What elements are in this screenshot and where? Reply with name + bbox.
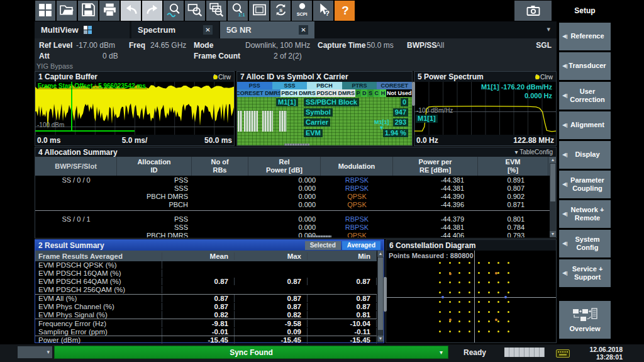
constellation-point <box>449 301 451 303</box>
freq-value[interactable]: 24.65 GHz <box>150 41 186 50</box>
result-row[interactable]: Sampling Error (ppm)-0.010.09-0.11 <box>35 327 377 336</box>
scroll-down-icon[interactable]: ▼ <box>377 336 384 342</box>
window-capture-buffer[interactable]: 1 Capture Buffer 1 Clrw -100 dBm Frame S… <box>35 71 235 146</box>
save-button[interactable] <box>78 1 98 21</box>
tab-multiview[interactable]: MultiView <box>35 21 130 38</box>
keyboard-icon[interactable] <box>556 349 570 360</box>
softkey-label: User Correction <box>568 88 607 104</box>
horizontal-scrollbar[interactable] <box>282 142 312 147</box>
softkey-network-remote[interactable]: ◀|Network + Remote <box>559 200 611 228</box>
softkey-user-correction[interactable]: ◀|User Correction <box>559 82 611 110</box>
result-cell: 0.87 <box>235 278 308 285</box>
window-title-bar[interactable]: 5 Power Spectrum 1 Clrw <box>414 72 556 82</box>
horizontal-scrollbar[interactable] <box>305 234 334 239</box>
result-cell: Sampling Error (ppm) <box>35 328 162 336</box>
softkey-setup[interactable]: Setup <box>559 0 611 21</box>
window-allocation-summary[interactable]: 4 Allocation Summary ▾ TableConfig BWP/S… <box>35 147 557 239</box>
pane-resize-handle[interactable] <box>412 82 415 106</box>
open-button[interactable] <box>57 1 77 21</box>
sequencer-button[interactable]: s <box>270 1 291 21</box>
context-help-button[interactable]: ? <box>313 1 333 21</box>
capture-time-value[interactable]: 50.0 ms <box>367 41 394 50</box>
pane-resize-handle[interactable] <box>384 277 387 312</box>
result-row[interactable]: EVM Phys Channel (%)0.870.870.87 <box>35 302 377 310</box>
scrollbar-thumb[interactable] <box>378 257 383 330</box>
window-title-bar[interactable]: 2 Result Summary SelectedAveraged <box>35 240 384 251</box>
result-view-tab-averaged[interactable]: Averaged <box>342 241 380 250</box>
window-result-summary[interactable]: 2 Result Summary SelectedAveraged Frame … <box>35 239 384 343</box>
undo-button[interactable] <box>121 1 141 21</box>
window-title-bar[interactable]: 6 Constellation Diagram <box>386 240 556 251</box>
allocation-row[interactable]: PBCH DMRS0.000QPSK-44.3900.902 <box>35 192 550 200</box>
vertical-scrollbar[interactable]: ▲ ▼ <box>550 157 556 237</box>
allocation-row[interactable]: SS / 0 / 0PSS0.000RBPSK-44.3810.891 <box>35 176 550 184</box>
print-button[interactable] <box>99 1 119 21</box>
scroll-down-icon[interactable]: ▼ <box>550 231 556 237</box>
window-title-bar[interactable]: 4 Allocation Summary ▾ TableConfig <box>35 147 556 157</box>
softkey-reference[interactable]: ◀|Reference <box>559 23 611 50</box>
result-row[interactable]: EVM All (%)0.870.870.87 <box>35 294 377 303</box>
allocation-row[interactable]: PBCH DMRS0.000QPSK-44.4060.793 <box>35 231 550 237</box>
softkey-display[interactable]: ◀|Display <box>559 141 611 169</box>
zoom-area-button[interactable] <box>185 1 205 21</box>
power-spectrum-plot[interactable]: -100 dBm/Hz M1[1] -176.20 dBm/Hz 0.000 H… <box>414 82 556 135</box>
close-tab-icon[interactable]: ✕ <box>299 25 308 35</box>
allocation-row[interactable]: SSS0.000RBPSK-44.3810.807 <box>35 184 550 192</box>
marker-m1-chip[interactable]: M1[1] <box>276 98 298 106</box>
close-tab-icon[interactable]: ✕ <box>203 25 213 35</box>
tab-list-dropdown-icon[interactable]: ▾ <box>547 25 550 33</box>
result-row[interactable]: EVM PDSCH 64QAM (%)0.870.870.87 <box>35 278 377 286</box>
softkey-transducer[interactable]: ◀|Transducer <box>559 52 611 80</box>
tab-5gnr[interactable]: 5G NR ✕ <box>220 21 314 38</box>
date-time[interactable]: 12.06.2018 13:28:01 <box>569 346 623 361</box>
result-row[interactable]: EVM Phys Signal (%)0.820.820.81 <box>35 310 377 319</box>
tab-spectrum[interactable]: Spectrum ✕ <box>131 21 219 38</box>
allocation-row[interactable]: PBCH0.000QPSK-44.3960.871 <box>35 200 550 208</box>
softkey-parameter-coupling[interactable]: ◀|Parameter Coupling <box>559 171 611 198</box>
ref-level-value[interactable]: -17.00 dBm <box>76 41 115 50</box>
window-title-bar[interactable]: 7 Alloc ID vs Symbol X Carrier <box>237 72 412 82</box>
result-row[interactable]: Frequency Error (Hz)-9.81-9.58-10.04 <box>35 319 377 327</box>
softkey-service-support[interactable]: ◀|Service + Support <box>559 259 611 287</box>
redo-button[interactable] <box>142 1 162 21</box>
table-config-button[interactable]: ▾ TableConfig <box>515 149 553 156</box>
scpi-button[interactable]: SCPI <box>292 1 312 21</box>
capture-buffer-plot[interactable]: -100 dBm Frame Start Offset : 5.96602354… <box>35 82 234 135</box>
window-alloc-map[interactable]: 7 Alloc ID vs Symbol X Carrier PSSSSSPBC… <box>236 71 413 146</box>
softkey-system-config[interactable]: ◀|System Config <box>559 230 611 257</box>
bwp-ss-value[interactable]: All <box>436 41 444 50</box>
frame-count-value[interactable]: 2 of 2(2) <box>274 52 302 60</box>
windows-button[interactable] <box>35 1 55 21</box>
window-constellation[interactable]: 6 Constellation Diagram Points Measured … <box>386 239 557 343</box>
help-button[interactable]: ? <box>335 1 355 21</box>
scroll-up-icon[interactable]: ▲ <box>377 251 384 257</box>
softkey-alignment[interactable]: ◀|Alignment <box>559 111 611 139</box>
sync-status-bar[interactable]: Sync Found ▾ <box>54 346 448 359</box>
window-power-spectrum[interactable]: 5 Power Spectrum 1 Clrw -100 dBm/Hz M1[1… <box>414 71 557 146</box>
result-row[interactable]: Power (dBm)-15.45-15.45-15.45 <box>35 336 377 344</box>
scroll-up-icon[interactable]: ▲ <box>550 157 556 163</box>
marker-m1-flag-icon[interactable]: M1[1]▼ <box>374 120 389 131</box>
att-value[interactable]: 0 dB <box>103 52 118 60</box>
zoom-1to1-button[interactable]: 1:1 <box>228 1 248 21</box>
allocation-row[interactable]: SS / 0 / 1PSS0.000RBPSK-44.3790.801 <box>35 215 550 223</box>
constellation-plot[interactable]: Points Measured : 880800 <box>386 251 556 342</box>
window-title-bar[interactable]: 1 Capture Buffer 1 Clrw <box>35 72 234 82</box>
display-window-button[interactable] <box>249 1 269 21</box>
scrollbar-thumb[interactable] <box>550 164 555 201</box>
alloc-map-plot[interactable]: M1[1]SS/PBCH Block0Symbol947Carrier293EV… <box>237 97 412 145</box>
zoom-trace-button[interactable] <box>164 1 184 21</box>
status-dropdown[interactable]: ▾ <box>18 346 52 358</box>
vertical-scrollbar[interactable]: ▲ ▼ <box>377 251 384 342</box>
zoom-multi-window-button[interactable] <box>206 1 226 21</box>
mode-value[interactable]: Downlink, 100 MHz <box>245 41 310 50</box>
softkey-label: Alignment <box>568 121 607 129</box>
allocation-row[interactable]: SSS0.000RBPSK-44.3810.784 <box>35 223 550 231</box>
result-row[interactable]: EVM PDSCH QPSK (%) <box>35 261 377 269</box>
softkey-overview[interactable]: Overview <box>559 301 611 339</box>
result-view-tab-selected[interactable]: Selected <box>305 241 341 250</box>
result-row[interactable]: EVM PDSCH 256QAM (%) <box>35 286 377 294</box>
screenshot-button[interactable] <box>514 1 552 21</box>
marker-m1-label[interactable]: M1[1] <box>416 115 438 123</box>
result-row[interactable]: EVM PDSCH 16QAM (%) <box>35 269 377 278</box>
